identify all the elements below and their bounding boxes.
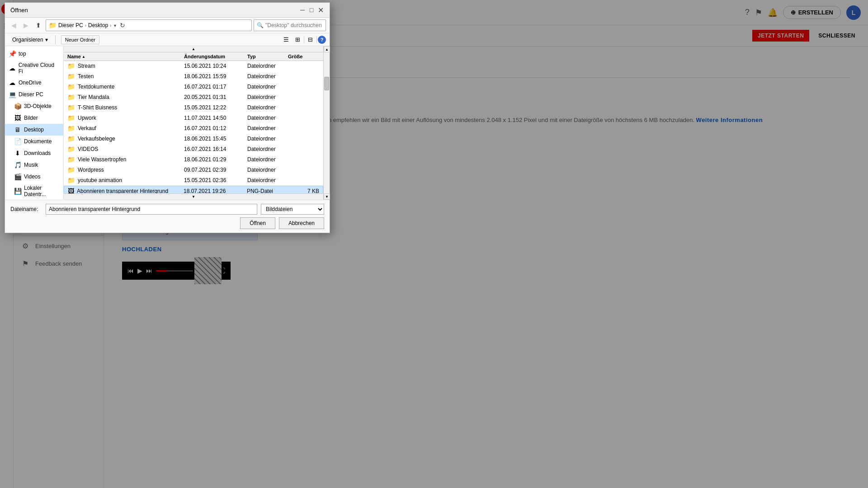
- file-row-videos[interactable]: 📁VIDEOS 16.07.2021 16:14 Dateiordner: [64, 144, 323, 155]
- organize-label: Organisieren: [12, 37, 43, 43]
- scrollbar-up[interactable]: ▲: [324, 46, 330, 52]
- file-row-youtube-animation[interactable]: 📁youtube animation 15.05.2021 02:36 Date…: [64, 175, 323, 186]
- dsb-label-music: Musik: [24, 162, 38, 168]
- file-row-upwork[interactable]: 📁Upwork 11.07.2021 14:50 Dateiordner: [64, 113, 323, 123]
- filename-input[interactable]: [46, 204, 257, 215]
- dialog-footer: Dateiname: Bilddateien Alle Dateien Öffn…: [5, 200, 330, 233]
- open-button[interactable]: Öffnen: [240, 217, 275, 229]
- folder-icon-vb: 📁: [67, 135, 75, 142]
- col-date[interactable]: Änderungsdatum: [184, 54, 247, 59]
- breadcrumb-pc[interactable]: Dieser PC: [58, 22, 83, 28]
- new-folder-button[interactable]: Neuer Ordner: [61, 35, 99, 44]
- forward-button[interactable]: ▶: [21, 20, 31, 31]
- dsb-item-local1[interactable]: 💾 Lokaler Datentr...: [5, 183, 63, 200]
- file-list-header: Name ▲ Änderungsdatum Typ Größe: [64, 52, 323, 61]
- dialog-titlebar: Öffnen ─ □ ✕: [5, 3, 330, 18]
- dsb-item-top[interactable]: 📌 top: [5, 48, 63, 60]
- view-sep: [304, 36, 304, 43]
- onedrive-icon: ☁: [9, 79, 16, 86]
- search-icon: 🔍: [257, 22, 264, 28]
- organize-button[interactable]: Organisieren ▾: [9, 35, 52, 44]
- music-icon: 🎵: [14, 161, 21, 169]
- file-row-tshirt[interactable]: 📁T-Shirt Buisness 15.05.2021 12:22 Datei…: [64, 103, 323, 113]
- file-row-verkaufsbelege[interactable]: 📁Verkaufsbelege 18.06.2021 15:45 Dateior…: [64, 134, 323, 144]
- cancel-button[interactable]: Abbrechen: [279, 217, 324, 229]
- file-row-wordpress[interactable]: 📁Wordpress 09.07.2021 02:39 Dateiordner: [64, 165, 323, 175]
- dialog-overlay: Öffnen ─ □ ✕ ◀ ▶ ⬆ 📁 Dieser PC › Desktop…: [0, 0, 868, 488]
- scrollbar-down[interactable]: ▼: [324, 193, 330, 200]
- maximize-button[interactable]: □: [308, 6, 315, 14]
- col-size[interactable]: Größe: [288, 54, 320, 59]
- file-open-dialog: Öffnen ─ □ ✕ ◀ ▶ ⬆ 📁 Dieser PC › Desktop…: [5, 2, 330, 233]
- search-input[interactable]: [265, 22, 323, 28]
- file-row-textdokumente[interactable]: 📁Textdokumente 16.07.2021 01:17 Dateiord…: [64, 82, 323, 92]
- minimize-button[interactable]: ─: [299, 6, 306, 14]
- dialog-toolbar: ◀ ▶ ⬆ 📁 Dieser PC › Desktop › ▾ ↻ 🔍: [5, 18, 330, 33]
- file-row-wassertropfen[interactable]: 📁Viele Wassertropfen 18.06.2021 01:29 Da…: [64, 155, 323, 165]
- scroll-up-arrow[interactable]: ▲: [64, 46, 323, 52]
- view-details-button[interactable]: ⊟: [305, 35, 316, 44]
- dsb-item-music[interactable]: 🎵 Musik: [5, 159, 63, 171]
- dialog-title: Öffnen: [10, 7, 28, 14]
- folder-icon-upwork: 📁: [67, 114, 75, 122]
- dsb-item-onedrive[interactable]: ☁ OneDrive: [5, 77, 63, 89]
- right-scrollbar[interactable]: ▲ ▼: [323, 46, 330, 200]
- file-row-stream[interactable]: 📁Stream 15.06.2021 10:24 Dateiordner: [64, 61, 323, 71]
- desktop-icon: 🖥: [14, 126, 21, 133]
- footer-actions: Öffnen Abbrechen: [10, 217, 324, 229]
- scroll-down-arrow[interactable]: ▼: [64, 193, 323, 200]
- dsb-item-documents[interactable]: 📄 Dokumente: [5, 136, 63, 147]
- cloud-icon: ☁: [9, 65, 16, 72]
- second-toolbar: Organisieren ▾ Neuer Ordner ☰ ⊞ ⊟ ?: [5, 33, 330, 46]
- filetype-select[interactable]: Bilddateien Alle Dateien: [261, 204, 324, 215]
- view-tiles-button[interactable]: ⊞: [292, 35, 303, 44]
- dsb-item-videos[interactable]: 🎬 Videos: [5, 171, 63, 183]
- 3d-icon: 📦: [14, 103, 21, 110]
- breadcrumb-dropdown[interactable]: ▾: [113, 23, 117, 28]
- dialog-body: 📌 top ☁ Creative Cloud Fi ☁ OneDrive 💻 D…: [5, 46, 330, 200]
- file-row-verkauf[interactable]: 📁Verkauf 16.07.2021 01:12 Dateiordner: [64, 123, 323, 134]
- organize-arrow: ▾: [45, 37, 48, 43]
- folder-icon-videos: 📁: [67, 145, 75, 153]
- dsb-item-images[interactable]: 🖼 Bilder: [5, 112, 63, 124]
- dsb-item-creative-cloud[interactable]: ☁ Creative Cloud Fi: [5, 60, 63, 77]
- folder-icon-textdok: 📁: [67, 83, 75, 90]
- dsb-item-downloads[interactable]: ⬇ Downloads: [5, 147, 63, 159]
- folder-icon-yta: 📁: [67, 177, 75, 184]
- downloads-icon: ⬇: [14, 150, 21, 157]
- png-icon-abonnieren: 🖼: [68, 188, 74, 193]
- toolbar-separator: [55, 35, 56, 44]
- help-button-dialog[interactable]: ?: [318, 36, 326, 44]
- docs-icon: 📄: [14, 138, 21, 145]
- folder-icon-stream: 📁: [67, 62, 75, 70]
- file-rows-container: 📁Stream 15.06.2021 10:24 Dateiordner 📁Te…: [64, 61, 323, 193]
- pc-icon: 💻: [9, 91, 16, 98]
- dsb-item-3dobjects[interactable]: 📦 3D-Objekte: [5, 100, 63, 112]
- file-row-abonnieren[interactable]: 🖼Abonnieren transparenter Hintergrund 18…: [64, 186, 323, 193]
- dialog-left-sidebar: 📌 top ☁ Creative Cloud Fi ☁ OneDrive 💻 D…: [5, 46, 64, 200]
- col-type[interactable]: Typ: [247, 54, 288, 59]
- back-button[interactable]: ◀: [9, 20, 19, 31]
- pin-icon: 📌: [9, 50, 16, 57]
- search-bar: 🔍: [254, 19, 326, 31]
- folder-icon: 📁: [49, 22, 57, 29]
- dsb-label-local1: Lokaler Datentr...: [24, 185, 60, 197]
- sort-icon: ▲: [82, 55, 85, 59]
- file-row-tier-mandala[interactable]: 📁Tier Mandala 20.05.2021 01:31 Dateiordn…: [64, 92, 323, 103]
- dsb-label-desktop: Desktop: [24, 127, 44, 133]
- close-dialog-button[interactable]: ✕: [317, 6, 324, 14]
- file-list-area: ▲ Name ▲ Änderungsdatum Typ Größe 📁Strea…: [64, 46, 323, 200]
- breadcrumb-desktop[interactable]: Desktop: [88, 22, 108, 28]
- dsb-label-downloads: Downloads: [24, 150, 51, 156]
- folder-icon-verkauf: 📁: [67, 125, 75, 132]
- dsb-item-thispc[interactable]: 💻 Dieser PC: [5, 89, 63, 100]
- file-row-testen[interactable]: 📁Testen 18.06.2021 15:59 Dateiordner: [64, 71, 323, 82]
- refresh-button[interactable]: ↻: [120, 22, 125, 29]
- dsb-label-thispc: Dieser PC: [19, 91, 43, 98]
- col-name[interactable]: Name ▲: [67, 54, 184, 59]
- scrollbar-thumb[interactable]: [324, 77, 329, 90]
- up-button[interactable]: ⬆: [33, 20, 44, 31]
- dsb-item-desktop[interactable]: 🖥 Desktop: [5, 124, 63, 136]
- videos-icon: 🎬: [14, 173, 21, 180]
- view-list-button[interactable]: ☰: [281, 35, 292, 44]
